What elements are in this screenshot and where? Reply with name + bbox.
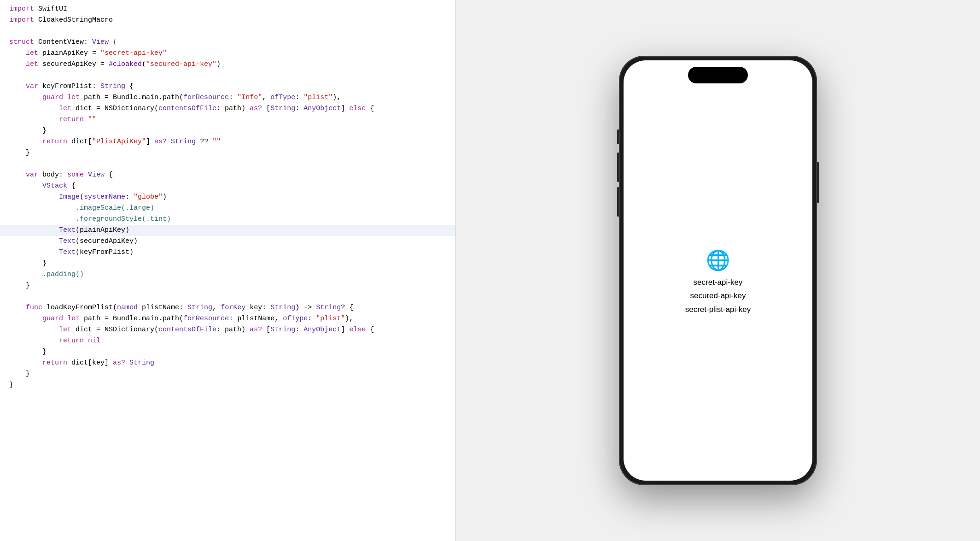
code-line: } bbox=[0, 380, 455, 391]
code-line bbox=[0, 291, 455, 302]
code-line: return dict[key] as? String bbox=[0, 358, 455, 369]
volume-silent-button bbox=[617, 129, 619, 144]
power-button bbox=[817, 162, 819, 203]
code-line: var body: some View { bbox=[0, 170, 455, 181]
code-line: let plainApiKey = "secret-api-key" bbox=[0, 48, 455, 59]
code-line bbox=[0, 70, 455, 81]
code-line: Text(securedApiKey) bbox=[0, 236, 455, 247]
code-line bbox=[0, 26, 455, 37]
code-line: let dict = NSDictionary(contentsOfFile: … bbox=[0, 103, 455, 114]
code-line: var keyFromPlist: String { bbox=[0, 81, 455, 92]
code-line: struct ContentView: View { bbox=[0, 37, 455, 48]
volume-up-button bbox=[617, 153, 619, 182]
api-key-text-2: secured-api-key bbox=[690, 290, 746, 302]
globe-icon: 🌐 bbox=[706, 249, 730, 273]
app-content: 🌐 secret-api-key secured-api-key secret-… bbox=[685, 83, 751, 481]
code-line: Image(systemName: "globe") bbox=[0, 192, 455, 203]
code-line: func loadKeyFromPlist(named plistName: S… bbox=[0, 302, 455, 313]
code-line: Text(keyFromPlist) bbox=[0, 247, 455, 258]
code-line: Text(plainApiKey) bbox=[0, 225, 455, 236]
code-line: } bbox=[0, 147, 455, 159]
code-line: } bbox=[0, 258, 455, 269]
api-key-text-3: secret-plist-api-key bbox=[685, 304, 751, 316]
volume-down-button bbox=[617, 187, 619, 217]
code-line: return nil bbox=[0, 335, 455, 347]
code-line: guard let path = Bundle.main.path(forRes… bbox=[0, 92, 455, 103]
api-key-text-1: secret-api-key bbox=[694, 276, 743, 288]
preview-panel: 🌐 secret-api-key secured-api-key secret-… bbox=[456, 0, 980, 541]
code-line: .padding() bbox=[0, 269, 455, 280]
code-line: guard let path = Bundle.main.path(forRes… bbox=[0, 313, 455, 324]
code-line: .foregroundStyle(.tint) bbox=[0, 214, 455, 225]
code-line: let dict = NSDictionary(contentsOfFile: … bbox=[0, 324, 455, 335]
code-editor[interactable]: import SwiftUIimport CloakedStringMacros… bbox=[0, 0, 456, 541]
code-line: .imageScale(.large) bbox=[0, 203, 455, 214]
code-line: } bbox=[0, 369, 455, 380]
code-line: } bbox=[0, 125, 455, 136]
code-line: import CloakedStringMacro bbox=[0, 15, 455, 26]
code-line bbox=[0, 159, 455, 170]
dynamic-island bbox=[688, 67, 748, 83]
iphone-mockup: 🌐 secret-api-key secured-api-key secret-… bbox=[619, 56, 817, 485]
code-line: } bbox=[0, 347, 455, 358]
code-line: } bbox=[0, 280, 455, 291]
iphone-screen: 🌐 secret-api-key secured-api-key secret-… bbox=[624, 60, 812, 481]
code-line: import SwiftUI bbox=[0, 4, 455, 15]
code-line: VStack { bbox=[0, 181, 455, 192]
code-line: return dict["PlistApiKey"] as? String ??… bbox=[0, 136, 455, 147]
code-line: return "" bbox=[0, 114, 455, 125]
code-line: let securedApiKey = #cloaked("secured-ap… bbox=[0, 59, 455, 70]
